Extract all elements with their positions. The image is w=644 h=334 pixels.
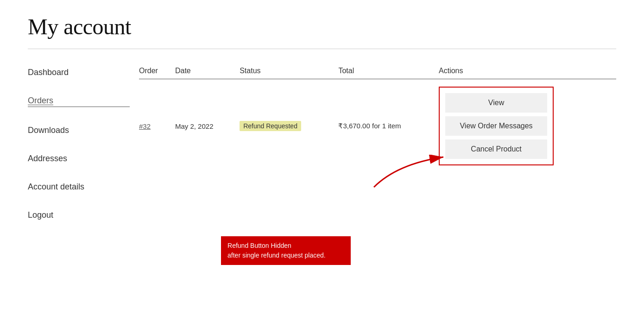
annotation-text-line1: Refund Button Hidden <box>227 242 291 249</box>
page-title: My account <box>28 14 616 39</box>
annotation-text-line2: after single refund request placed. <box>227 252 326 259</box>
annotation-arrow-svg <box>369 155 462 192</box>
sidebar-item-orders[interactable]: Orders <box>28 96 130 107</box>
view-button[interactable]: View <box>445 93 547 113</box>
order-status-cell: Refund Requested <box>240 79 338 173</box>
col-order: Order <box>139 63 175 79</box>
order-actions-cell: View View Order Messages Cancel Product <box>439 79 616 173</box>
col-date: Date <box>175 63 240 79</box>
sidebar-item-dashboard[interactable]: Dashboard <box>28 68 130 77</box>
content-area: Order Date Status Total Actions #32 May … <box>130 63 616 239</box>
sidebar-item-account-details[interactable]: Account details <box>28 182 130 192</box>
sidebar-item-downloads[interactable]: Downloads <box>28 126 130 135</box>
sidebar-item-logout[interactable]: Logout <box>28 210 130 220</box>
page-container: My account Dashboard Orders Downloads Ad… <box>0 0 644 257</box>
actions-wrapper: View View Order Messages Cancel Product <box>439 87 554 165</box>
annotation-box: Refund Button Hidden after single refund… <box>221 236 351 265</box>
order-link[interactable]: #32 <box>139 122 151 130</box>
status-badge: Refund Requested <box>240 121 301 131</box>
divider <box>28 49 616 49</box>
col-status: Status <box>240 63 338 79</box>
order-number-cell: #32 <box>139 79 175 173</box>
orders-table: Order Date Status Total Actions #32 May … <box>139 63 616 173</box>
table-header-row: Order Date Status Total Actions <box>139 63 616 79</box>
col-actions: Actions <box>439 63 616 79</box>
col-total: Total <box>338 63 439 79</box>
order-date-cell: May 2, 2022 <box>175 79 240 173</box>
view-order-messages-button[interactable]: View Order Messages <box>445 116 547 136</box>
actions-cell: View View Order Messages Cancel Product <box>445 93 547 159</box>
table-row: #32 May 2, 2022 Refund Requested ₹3,670.… <box>139 79 616 173</box>
sidebar-item-addresses[interactable]: Addresses <box>28 154 130 164</box>
sidebar: Dashboard Orders Downloads Addresses Acc… <box>28 63 130 239</box>
main-layout: Dashboard Orders Downloads Addresses Acc… <box>28 63 616 239</box>
